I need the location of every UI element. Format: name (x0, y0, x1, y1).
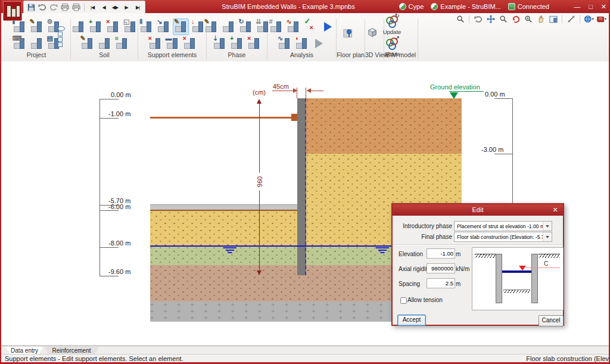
embedded-wall[interactable] (297, 98, 306, 275)
dialog-title[interactable]: Edit (393, 204, 563, 216)
excavation-phase-icon[interactable]: ⇣ (211, 35, 228, 52)
zoom-in-icon[interactable] (523, 14, 533, 24)
zoom-window-icon[interactable] (498, 14, 508, 24)
final-phase-select[interactable]: Floor slab construction (Elevation: -5.7… (454, 232, 552, 242)
calculate-step-icon[interactable] (311, 35, 327, 52)
pan-icon[interactable] (536, 14, 546, 24)
strut[interactable] (150, 117, 293, 119)
left-elevation-ruler (99, 99, 100, 276)
ribbon-group-floor-plan: Floor plan (337, 19, 365, 60)
print-icon[interactable] (60, 2, 70, 12)
rigidity-field-label: Axial rigidity (399, 266, 430, 272)
ground-elevation-underline (449, 91, 484, 92)
section-check-icon[interactable]: ◖ (294, 35, 310, 52)
group-label-analysis: Analysis (267, 51, 336, 58)
general-data-icon[interactable]: ✎ (29, 18, 45, 35)
zoom-previous-icon[interactable] (473, 14, 483, 24)
update-bim-button[interactable]: ↻Update (384, 15, 400, 35)
check-elements-icon[interactable]: ✓× (303, 18, 319, 35)
ruler-tick (99, 247, 119, 248)
spacing-input[interactable] (427, 278, 455, 288)
soil-model-icon[interactable]: ∿ (285, 18, 301, 35)
elevation-input[interactable] (427, 248, 455, 259)
web-icon[interactable]: ▾ (584, 14, 594, 24)
results-curves-icon[interactable]: ∿ (276, 35, 292, 52)
add-anchor-icon[interactable]: ↘ (155, 18, 172, 35)
allow-tension-label: Allow tension (407, 297, 443, 303)
soil-colors-icon[interactable]: ≡ (114, 35, 130, 52)
share-icon: ↗ (385, 38, 399, 49)
dimension-arrow-up-icon (257, 99, 262, 104)
delete-support-element-icon[interactable]: × (182, 35, 198, 52)
phase-wall-icon[interactable] (220, 18, 236, 35)
calculate-icon[interactable] (320, 18, 336, 35)
cancel-button[interactable]: Cancel (539, 315, 564, 326)
save-icon[interactable] (26, 2, 36, 12)
add-phase-icon[interactable]: + (229, 35, 245, 52)
ruler-tick (99, 118, 119, 119)
minimize-button[interactable]: — (574, 3, 580, 10)
connection-status-badge[interactable]: Connected (508, 3, 549, 10)
wall-definition-icon[interactable] (29, 35, 45, 52)
visibility-options-cluster[interactable] (58, 26, 65, 47)
phase-rotation-icon[interactable]: ↻ (238, 18, 254, 35)
add-floor-slab-icon[interactable]: ▬ (164, 35, 180, 52)
soil-layer-yellow-left (150, 211, 297, 246)
dialog-close-icon[interactable]: ✕ (551, 204, 559, 216)
intro-phase-select[interactable]: Placement of strut at elevation -1.00 m (454, 221, 552, 231)
help-icon[interactable]: ▾ (596, 14, 606, 24)
ribbon-group-3d-view: 3D View (365, 19, 384, 60)
connected-icon (508, 3, 515, 10)
soil-section-icon[interactable] (97, 35, 113, 52)
close-button[interactable]: ✕ (601, 3, 606, 11)
print-options-icon[interactable] (71, 2, 81, 12)
current-phase-button[interactable]: ◀▶ (110, 2, 120, 12)
soil-fill-icon[interactable]: ◱ (122, 18, 138, 35)
wall-width-value: 45cm (273, 83, 289, 90)
add-soil-layer-icon[interactable]: + (88, 18, 104, 35)
first-phase-button[interactable]: |◀ (88, 2, 97, 12)
ground-elevation-label: Ground elevation (430, 83, 480, 91)
edit-phase-icon[interactable]: ✎ (203, 18, 219, 35)
license-badge[interactable]: Example - StruBIM... (431, 3, 500, 10)
current-phase-status: Floor slab construction (Elev (526, 354, 609, 363)
units-icon[interactable]: ⌨ (11, 35, 27, 52)
dual-view-icon[interactable] (548, 14, 558, 24)
strut-marker-icon (519, 266, 526, 270)
delete-anchor-icon[interactable]: × (147, 35, 163, 52)
maximize-button[interactable]: □ (589, 3, 593, 10)
previous-phase-button[interactable]: ◀ (99, 2, 108, 12)
axial-rigidity-input[interactable] (427, 263, 455, 273)
ground-hatch (475, 254, 496, 258)
wall-height-value: 960 (256, 173, 263, 191)
view-3d-icon[interactable] (366, 27, 382, 43)
delete-phase-icon[interactable]: × (246, 35, 262, 52)
project-data-icon[interactable]: ⦀ (11, 18, 27, 35)
zoom-extents-icon[interactable] (485, 14, 496, 24)
add-strut-icon[interactable]: Ⅱ (138, 18, 154, 35)
next-phase-button[interactable]: ▶ (122, 2, 131, 12)
dim-extension-line (306, 88, 306, 98)
undo-icon[interactable] (38, 2, 47, 12)
excavation-hatch (503, 290, 530, 293)
delete-soil-layer-icon[interactable]: × (105, 18, 121, 35)
redraw-icon[interactable] (511, 14, 521, 24)
accept-button[interactable]: Accept (397, 315, 426, 326)
eye-icon (58, 26, 65, 31)
analysis-options-icon[interactable]: # (268, 18, 284, 35)
group-label-soil: Soil (71, 51, 138, 58)
allow-tension-checkbox[interactable] (400, 297, 407, 304)
dim-arrow-left-icon (307, 88, 311, 93)
search-icon[interactable] (455, 14, 465, 24)
application-menu-button[interactable] (3, 1, 22, 21)
last-phase-button[interactable]: ▶| (133, 2, 142, 12)
measure-icon[interactable] (566, 14, 576, 24)
cype-account-badge[interactable]: Cype (399, 3, 424, 10)
floor-plan-icon[interactable] (343, 27, 359, 43)
edit-soil-layer-icon[interactable]: ✎ (79, 35, 95, 52)
quick-access-toolbar: |◀◀◀▶▶▶| (23, 1, 145, 14)
water-table-icon (223, 247, 237, 254)
redo-icon[interactable] (49, 2, 58, 12)
soil-profile-icon[interactable] (70, 18, 86, 35)
edit-support-elements-icon[interactable]: ✎ (173, 18, 189, 35)
